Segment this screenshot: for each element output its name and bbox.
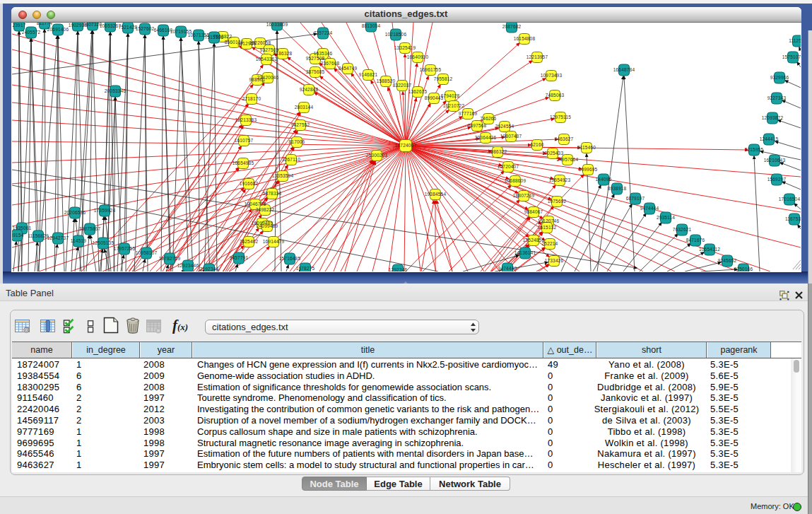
svg-text:12213383: 12213383 [235, 117, 257, 122]
svg-text:15751074: 15751074 [782, 54, 804, 59]
svg-text:12923446: 12923446 [177, 263, 199, 268]
svg-text:62160: 62160 [530, 142, 543, 147]
svg-text:15720407: 15720407 [498, 164, 519, 169]
svg-text:20691406: 20691406 [47, 27, 69, 32]
svg-text:16033809: 16033809 [266, 22, 288, 27]
svg-text:23917: 23917 [12, 23, 25, 28]
svg-text:16120746: 16120746 [538, 218, 560, 223]
svg-text:10973493: 10973493 [541, 73, 563, 78]
svg-text:6099695: 6099695 [579, 167, 598, 172]
svg-text:1610757: 1610757 [235, 138, 254, 143]
svg-text:252214: 252214 [542, 241, 558, 246]
svg-text:33975867: 33975867 [79, 226, 101, 231]
svg-text:7357224: 7357224 [314, 30, 333, 35]
svg-text:16640910: 16640910 [407, 54, 429, 59]
svg-text:811774: 811774 [37, 21, 53, 25]
svg-text:114519: 114519 [71, 238, 87, 243]
svg-text:17359924: 17359924 [94, 208, 116, 213]
svg-text:16210722: 16210722 [443, 103, 465, 108]
svg-text:1535346: 1535346 [314, 51, 333, 56]
svg-text:18807249: 18807249 [513, 193, 535, 198]
svg-text:10654112: 10654112 [699, 247, 720, 252]
svg-text:8938918: 8938918 [608, 186, 627, 191]
svg-text:12505135: 12505135 [93, 240, 114, 245]
svg-text:19654923: 19654923 [549, 177, 571, 182]
svg-text:2803144: 2803144 [295, 105, 314, 110]
svg-text:8322037: 8322037 [393, 83, 412, 88]
svg-text:6879197: 6879197 [626, 196, 645, 201]
svg-text:16154808: 16154808 [514, 36, 536, 41]
svg-text:13325419: 13325419 [394, 45, 416, 50]
svg-text:1244415: 1244415 [760, 136, 779, 141]
svg-text:1362615: 1362615 [408, 89, 428, 94]
svg-text:17016504: 17016504 [779, 197, 801, 201]
svg-text:1112543: 1112543 [789, 38, 807, 43]
svg-text:10807487: 10807487 [500, 134, 522, 139]
svg-text:1075692: 1075692 [548, 199, 567, 204]
svg-text:20206536: 20206536 [64, 210, 86, 215]
svg-text:1615132: 1615132 [538, 225, 557, 230]
svg-text:9329966: 9329966 [770, 75, 789, 80]
svg-text:9463627: 9463627 [555, 136, 574, 141]
svg-text:12093872: 12093872 [762, 115, 784, 120]
svg-text:144095: 144095 [596, 177, 612, 182]
svg-text:14136141: 14136141 [514, 250, 536, 255]
svg-text:746266: 746266 [481, 116, 497, 121]
svg-text:3875685: 3875685 [306, 69, 325, 74]
svg-text:9227343: 9227343 [767, 95, 787, 100]
svg-text:9777169: 9777169 [459, 111, 478, 116]
svg-text:8454749: 8454749 [339, 66, 358, 71]
svg-text:16648784: 16648784 [613, 67, 635, 72]
svg-text:7625402: 7625402 [240, 239, 259, 244]
svg-text:6794028: 6794028 [441, 93, 460, 98]
svg-text:7986322: 7986322 [488, 149, 507, 154]
svg-text:10958107: 10958107 [136, 250, 158, 255]
svg-text:11156829: 11156829 [28, 233, 49, 238]
svg-text:12942737: 12942737 [47, 235, 69, 240]
svg-text:20053346: 20053346 [105, 88, 126, 93]
svg-text:8813054: 8813054 [362, 23, 381, 28]
svg-text:7632621: 7632621 [673, 227, 692, 232]
svg-text:2192344: 2192344 [200, 267, 219, 271]
svg-text:9115460: 9115460 [577, 145, 596, 150]
svg-text:24957664: 24957664 [557, 157, 579, 162]
svg-text:9750166: 9750166 [734, 267, 753, 271]
svg-text:988901: 988901 [249, 77, 266, 82]
svg-text:2087682: 2087682 [502, 24, 522, 29]
svg-text:2718170: 2718170 [242, 96, 261, 101]
svg-text:20364436: 20364436 [475, 135, 497, 140]
svg-text:1167534: 1167534 [785, 216, 804, 221]
svg-text:1569297: 1569297 [767, 177, 787, 182]
svg-text:9884067: 9884067 [524, 209, 543, 214]
svg-text:1733426: 1733426 [545, 258, 564, 263]
svg-text:10218506: 10218506 [385, 32, 407, 37]
svg-text:24099489: 24099489 [257, 223, 278, 228]
svg-text:10688609: 10688609 [505, 178, 526, 183]
svg-text:12975115: 12975115 [550, 115, 571, 119]
svg-text:9474444: 9474444 [640, 206, 659, 211]
svg-text:10046708: 10046708 [245, 201, 266, 206]
svg-text:9245652: 9245652 [718, 258, 737, 263]
svg-text:8471676: 8471676 [686, 238, 705, 243]
svg-text:19384554: 19384554 [425, 192, 447, 197]
svg-text:3498222: 3498222 [256, 207, 275, 212]
svg-text:16654985: 16654985 [233, 160, 254, 165]
svg-text:39154: 39154 [10, 233, 23, 238]
svg-text:1292346: 1292346 [389, 267, 408, 272]
svg-text:3267110: 3267110 [282, 157, 300, 162]
svg-text:2405572: 2405572 [22, 30, 41, 35]
svg-text:16961755: 16961755 [420, 67, 442, 72]
svg-text:1935061: 1935061 [13, 226, 32, 230]
svg-text:9457791: 9457791 [230, 255, 249, 260]
svg-text:9146821: 9146821 [359, 72, 378, 77]
svg-text:9242848: 9242848 [300, 87, 319, 92]
svg-text:16210643: 16210643 [764, 158, 786, 163]
svg-text:12213957: 12213957 [526, 54, 548, 59]
svg-text:5878334: 5878334 [263, 191, 282, 196]
svg-text:13226058: 13226058 [249, 40, 271, 45]
svg-text:8186328: 8186328 [273, 51, 293, 56]
svg-text:1916682: 1916682 [240, 181, 259, 186]
svg-text:25300203: 25300203 [366, 153, 388, 158]
svg-text:817006: 817006 [289, 139, 305, 144]
svg-text:7485063: 7485063 [546, 93, 565, 98]
